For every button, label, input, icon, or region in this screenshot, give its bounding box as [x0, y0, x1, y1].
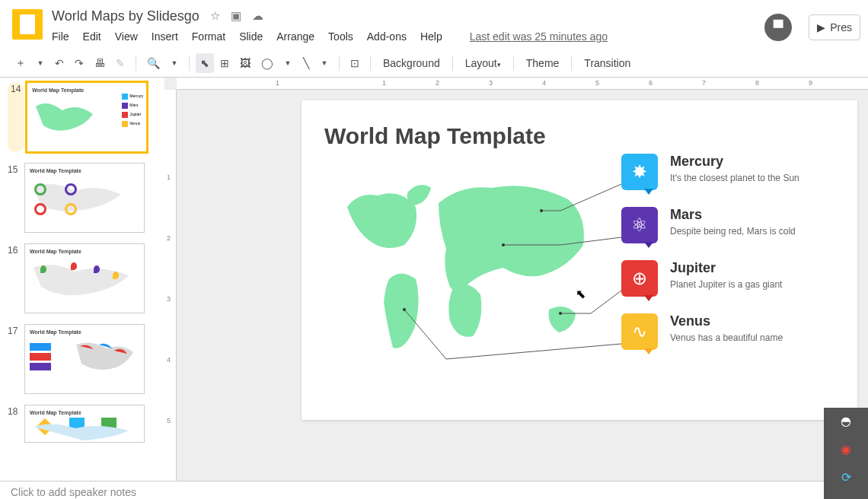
redo-button[interactable]: ↷: [70, 53, 88, 73]
mercury-icon: ✸: [621, 154, 658, 190]
svg-line-5: [591, 291, 621, 313]
callout-desc: Despite being red, Mars is cold: [670, 226, 796, 237]
zoom-button[interactable]: 🔍: [142, 53, 164, 73]
callout-mars[interactable]: ⚛ MarsDespite being red, Mars is cold: [621, 207, 834, 243]
explore-panel: ◓ ◉ ⟳: [824, 408, 868, 499]
thumb-num: 17: [8, 324, 24, 394]
print-button[interactable]: 🖶: [90, 53, 110, 73]
undo-button[interactable]: ↶: [50, 53, 69, 73]
menu-bar: File Edit View Insert Format Slide Arran…: [52, 30, 856, 43]
callout-jupiter[interactable]: ⊕ JupiterPlanet Jupiter is a gas giant: [621, 260, 834, 297]
shape-dropdown[interactable]: ▼: [279, 53, 296, 73]
line-tool[interactable]: ╲: [298, 53, 314, 73]
shape-tool[interactable]: ◯: [257, 53, 278, 73]
menu-format[interactable]: Format: [192, 30, 225, 43]
callout-title: Jupiter: [670, 260, 782, 276]
callout-desc: Planet Jupiter is a gas giant: [670, 279, 782, 290]
thumb-num: 16: [8, 243, 24, 313]
toolbar: ＋ ▼ ↶ ↷ 🖶 ✎ 🔍 ▼ ⬉ ⊞ 🖼 ◯ ▼ ╲ ▼ ⊡ Backgrou…: [0, 49, 868, 78]
textbox-tool[interactable]: ⊞: [215, 53, 234, 73]
ruler-horizontal: 1 1 2 3 4 5 6 7 8 9: [177, 78, 868, 90]
speaker-notes[interactable]: Click to add speaker notes: [0, 481, 868, 499]
svg-point-9: [502, 243, 505, 246]
panel-icon-3[interactable]: ⟳: [841, 470, 851, 485]
callout-desc: It's the closest planet to the Sun: [670, 173, 799, 183]
thumbnail-17[interactable]: World Map Template: [24, 324, 145, 394]
callout-venus[interactable]: ∿ VenusVenus has a beautiful name: [621, 313, 834, 350]
comments-button[interactable]: ▀: [764, 14, 792, 41]
world-map[interactable]: [332, 161, 598, 359]
menu-edit[interactable]: Edit: [83, 30, 101, 43]
thumb-num: 14: [8, 82, 24, 152]
svg-line-3: [560, 237, 621, 245]
select-tool[interactable]: ⬉: [196, 53, 214, 73]
svg-line-1: [560, 184, 621, 211]
thumbnail-15[interactable]: World Map Template: [24, 163, 145, 233]
thumbnail-18[interactable]: World Map Template: [24, 405, 145, 443]
theme-button[interactable]: Theme: [520, 54, 566, 72]
svg-point-10: [559, 312, 562, 315]
present-label: Pres: [830, 21, 852, 33]
menu-view[interactable]: View: [115, 30, 138, 43]
main: 14 World Map Template Mercury Mars Jupit…: [0, 78, 868, 481]
doc-title[interactable]: World Maps by Slidesgo: [52, 8, 199, 24]
thumbnail-panel[interactable]: 14 World Map Template Mercury Mars Jupit…: [0, 78, 164, 481]
menu-help[interactable]: Help: [420, 30, 442, 43]
mars-icon: ⚛: [621, 207, 658, 243]
canvas[interactable]: 1 1 2 3 4 5 6 7 8 9 1 2 3 4 5 World Map …: [164, 78, 868, 481]
panel-icon-1[interactable]: ◓: [841, 414, 851, 428]
callout-desc: Venus has a beautiful name: [670, 332, 783, 343]
layout-button[interactable]: Layout▾: [459, 54, 507, 72]
thumbnail-14[interactable]: World Map Template Mercury Mars Jupiter …: [27, 82, 147, 152]
new-slide-button[interactable]: ＋: [11, 53, 30, 73]
paint-format-button[interactable]: ✎: [111, 53, 129, 73]
thumbnail-16[interactable]: World Map Template: [24, 243, 145, 313]
slides-logo-icon: [12, 9, 43, 40]
menu-insert[interactable]: Insert: [152, 30, 178, 43]
callout-mercury[interactable]: ✸ MercuryIt's the closest planet to the …: [621, 154, 834, 190]
slide[interactable]: World Map Template: [302, 100, 857, 420]
line-dropdown[interactable]: ▼: [316, 53, 333, 73]
thumb-num: 18: [8, 405, 24, 443]
menu-tools[interactable]: Tools: [328, 30, 353, 43]
svg-line-7: [446, 344, 621, 359]
present-button[interactable]: ▶ Pres: [809, 14, 860, 40]
header: World Maps by Slidesgo ☆ ▣ ☁ File Edit V…: [0, 0, 868, 49]
menu-slide[interactable]: Slide: [239, 30, 263, 43]
comment-tool[interactable]: ⊡: [346, 53, 364, 73]
transition-button[interactable]: Transition: [578, 54, 637, 72]
star-icon[interactable]: ☆: [210, 9, 220, 23]
svg-point-11: [403, 308, 406, 311]
zoom-dropdown[interactable]: ▼: [166, 53, 183, 73]
svg-point-8: [540, 209, 543, 212]
new-slide-dropdown[interactable]: ▼: [32, 53, 49, 73]
callout-title: Mercury: [670, 154, 799, 170]
jupiter-icon: ⊕: [621, 260, 658, 297]
move-icon[interactable]: ▣: [231, 9, 241, 23]
notes-placeholder: Click to add speaker notes: [11, 486, 136, 498]
callouts: ✸ MercuryIt's the closest planet to the …: [621, 154, 834, 367]
ruler-vertical: 1 2 3 4 5: [164, 90, 177, 481]
venus-icon: ∿: [621, 313, 658, 350]
menu-file[interactable]: File: [52, 30, 69, 43]
callout-title: Venus: [670, 313, 783, 329]
slide-title[interactable]: World Map Template: [324, 123, 834, 149]
last-edit[interactable]: Last edit was 25 minutes ago: [470, 30, 608, 43]
image-tool[interactable]: 🖼: [235, 53, 255, 73]
menu-arrange[interactable]: Arrange: [276, 30, 314, 43]
svg-line-6: [404, 310, 446, 359]
menu-addons[interactable]: Add-ons: [367, 30, 407, 43]
play-icon: ▶: [817, 21, 825, 33]
cloud-icon[interactable]: ☁: [252, 9, 263, 23]
panel-icon-2[interactable]: ◉: [841, 442, 851, 456]
callout-title: Mars: [670, 207, 796, 223]
background-button[interactable]: Background: [377, 54, 446, 72]
thumb-num: 15: [8, 163, 24, 233]
